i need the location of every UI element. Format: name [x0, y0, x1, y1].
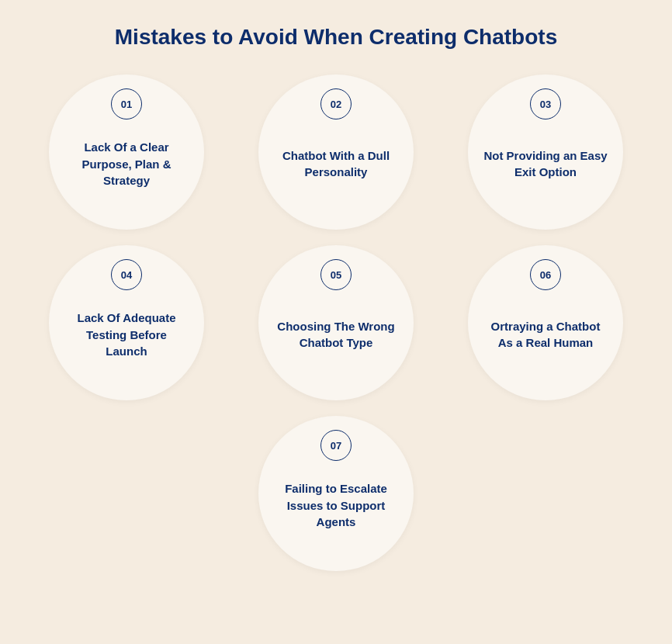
cell-4: 04 Lack Of Adequate Testing Before Launc…: [33, 245, 220, 400]
bubble-5: 05 Choosing The Wrong Chatbot Type: [258, 245, 414, 400]
cell-5: 05 Choosing The Wrong Chatbot Type: [243, 245, 429, 400]
cell-6: 06 Ortraying a Chatbot As a Real Human: [452, 245, 639, 400]
bubble-text-4: Lack Of Adequate Testing Before Launch: [64, 310, 189, 360]
bubble-text-3: Not Providing an Easy Exit Option: [483, 147, 608, 182]
bubble-number-1: 01: [111, 88, 142, 119]
cell-1: 01 Lack Of a Clear Purpose, Plan & Strat…: [33, 74, 220, 230]
cell-spacer-left: [33, 416, 220, 571]
bubble-2: 02 Chatbot With a Dull Personality: [258, 74, 414, 230]
bubble-4: 04 Lack Of Adequate Testing Before Launc…: [49, 245, 204, 400]
cell-spacer-right: [452, 416, 639, 571]
bubble-7: 07 Failing to Escalate Issues to Support…: [258, 416, 414, 571]
bubble-1: 01 Lack Of a Clear Purpose, Plan & Strat…: [49, 74, 204, 230]
bubble-number-4: 04: [111, 259, 142, 290]
bubble-text-1: Lack Of a Clear Purpose, Plan & Strategy: [64, 139, 189, 189]
bubble-number-2: 02: [320, 88, 352, 119]
bubble-number-5: 05: [320, 259, 352, 290]
bubble-number-3: 03: [530, 88, 561, 119]
cell-2: 02 Chatbot With a Dull Personality: [243, 74, 429, 230]
items-grid: 01 Lack Of a Clear Purpose, Plan & Strat…: [33, 74, 639, 571]
bubble-text-7: Failing to Escalate Issues to Support Ag…: [274, 480, 398, 531]
bubble-number-6: 06: [530, 259, 561, 290]
cell-7: 07 Failing to Escalate Issues to Support…: [243, 416, 429, 571]
bubble-3: 03 Not Providing an Easy Exit Option: [468, 74, 623, 230]
bubble-6: 06 Ortraying a Chatbot As a Real Human: [468, 245, 623, 400]
bubble-text-5: Choosing The Wrong Chatbot Type: [274, 318, 398, 352]
page-title: Mistakes to Avoid When Creating Chatbots: [115, 23, 557, 51]
cell-3: 03 Not Providing an Easy Exit Option: [452, 74, 639, 230]
bubble-text-2: Chatbot With a Dull Personality: [274, 147, 398, 182]
bubble-number-7: 07: [320, 430, 352, 461]
bubble-text-6: Ortraying a Chatbot As a Real Human: [483, 318, 608, 352]
